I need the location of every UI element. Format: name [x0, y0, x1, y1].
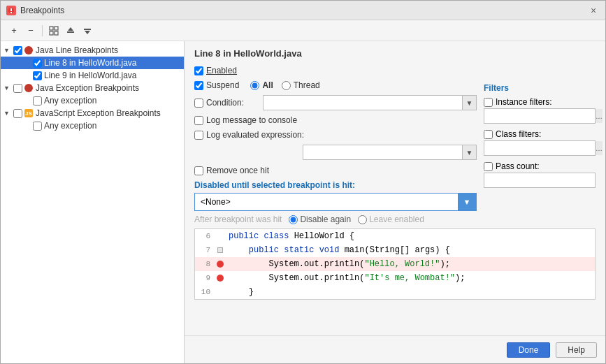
instance-filter-button[interactable]: …: [595, 109, 603, 123]
instance-filter-checkbox[interactable]: [484, 98, 493, 107]
instance-filter-input[interactable]: [484, 109, 595, 123]
pass-count-text: Pass count:: [496, 161, 540, 171]
titlebar: Breakpoints ×: [1, 1, 605, 20]
remove-once-hit-text: Remove once hit: [206, 166, 269, 175]
log-message-text: Log message to console: [206, 115, 297, 125]
svg-rect-2: [10, 12, 12, 13]
log-expression-checkbox[interactable]: [194, 131, 203, 140]
disabled-until-input[interactable]: [195, 194, 458, 210]
log-message-label[interactable]: Log message to console: [194, 115, 297, 125]
enabled-label[interactable]: Enabled: [194, 66, 237, 75]
all-radio-text: All: [262, 80, 273, 90]
disable-again-label[interactable]: Disable again: [289, 214, 351, 224]
enabled-checkbox[interactable]: [194, 66, 203, 75]
checkbox-java-exception[interactable]: [13, 84, 22, 93]
enabled-text: Enabled: [206, 66, 237, 75]
suspend-options: All Thread: [250, 80, 319, 90]
export-icon: [66, 26, 75, 36]
line-text-8: System.out.println("Hello, World!");: [226, 258, 595, 270]
log-message-checkbox[interactable]: [194, 116, 203, 125]
checkbox-js-exception[interactable]: [13, 109, 22, 118]
class-filter-text: Class filters:: [496, 129, 541, 139]
help-button[interactable]: Help: [556, 342, 597, 358]
pass-count-checkbox[interactable]: [484, 162, 493, 171]
line-text-10: }: [226, 286, 595, 298]
line-num-10: 10: [195, 286, 215, 298]
svg-rect-4: [55, 27, 58, 30]
class-filter-label-row: Class filters:: [484, 129, 596, 139]
code-line-9: 9 System.out.println("It's me, Wombat!")…: [195, 271, 595, 285]
line-text-6: public class HelloWorld {: [226, 230, 595, 242]
checkbox-any-exception-1[interactable]: [33, 96, 42, 105]
bp-marker-9: [217, 275, 224, 282]
window-title: Breakpoints: [20, 6, 64, 15]
group-button[interactable]: [46, 23, 62, 38]
log-expression-label[interactable]: Log evaluated expression:: [194, 130, 304, 140]
close-button[interactable]: ×: [587, 4, 600, 17]
tree-group-js-exception[interactable]: ▼ JS JavaScript Exception Breakpoints: [1, 107, 184, 119]
leave-enabled-radio[interactable]: [358, 215, 367, 224]
code-line-7: 7 public static void main(String[] args)…: [195, 243, 595, 257]
tree-item-line9[interactable]: Line 9 in HelloWorld.java: [1, 69, 184, 82]
instance-filter-input-wrap: …: [484, 108, 596, 124]
import-button[interactable]: [80, 23, 95, 38]
tree-item-any-exception-2[interactable]: Any exception: [1, 119, 184, 132]
disabled-until-arrow-button[interactable]: ▼: [458, 194, 476, 210]
svg-rect-6: [55, 31, 58, 35]
line8-label: Line 8 in HelloWorld.java: [44, 58, 137, 68]
remove-breakpoint-button[interactable]: −: [23, 23, 38, 38]
instance-filter-text: Instance filters:: [496, 97, 552, 107]
disable-again-text: Disable again: [300, 214, 351, 224]
suspend-checkbox[interactable]: [194, 81, 203, 90]
all-radio-label[interactable]: All: [250, 80, 273, 90]
checkbox-line9[interactable]: [33, 71, 42, 80]
class-filter-button[interactable]: …: [595, 141, 603, 155]
all-radio[interactable]: [250, 81, 259, 90]
add-breakpoint-button[interactable]: +: [6, 23, 22, 38]
line-marker-8: [215, 261, 226, 268]
svg-marker-8: [68, 27, 73, 31]
disable-again-radio[interactable]: [289, 215, 298, 224]
log-expression-input-wrap: ▼: [303, 145, 477, 160]
thread-radio[interactable]: [282, 81, 291, 90]
debug-marker-7: [217, 247, 223, 253]
log-expression-dropdown-button[interactable]: ▼: [462, 145, 476, 159]
remove-once-hit-checkbox[interactable]: [194, 166, 203, 175]
leave-enabled-label[interactable]: Leave enabled: [358, 214, 424, 224]
class-filter-item: Class filters: …: [484, 129, 596, 156]
class-filter-input[interactable]: [484, 141, 595, 155]
checkbox-line8[interactable]: [33, 59, 42, 68]
tree-group-java-line[interactable]: ▼ Java Line Breakpoints: [1, 44, 184, 57]
expand-arrow-java-exception: ▼: [3, 85, 13, 92]
tree-item-any-exception-1[interactable]: Any exception: [1, 94, 184, 107]
remove-once-hit-label[interactable]: Remove once hit: [194, 166, 269, 175]
class-filter-checkbox[interactable]: [484, 130, 493, 139]
java-icon: [24, 46, 33, 54]
thread-radio-label[interactable]: Thread: [282, 80, 320, 90]
condition-dropdown-button[interactable]: ▼: [462, 96, 476, 110]
enabled-row: Enabled: [194, 66, 596, 75]
log-expression-input[interactable]: [303, 145, 462, 159]
condition-input[interactable]: [264, 96, 462, 110]
tree-group-java-exception[interactable]: ▼ Java Exception Breakpoints: [1, 82, 184, 94]
checkbox-java-line[interactable]: [13, 46, 22, 55]
condition-label[interactable]: Condition:: [194, 98, 257, 108]
svg-rect-7: [67, 31, 74, 33]
pass-count-label-row: Pass count:: [484, 161, 596, 171]
pass-count-item: Pass count:: [484, 161, 596, 188]
group-icon: [49, 26, 59, 36]
condition-text: Condition:: [206, 98, 244, 108]
line-num-6: 6: [195, 230, 215, 242]
expand-arrow-java-line: ▼: [3, 47, 13, 54]
condition-checkbox[interactable]: [194, 99, 203, 108]
disabled-until-dropdown-wrap: ▼: [194, 193, 477, 211]
checkbox-any-exception-2[interactable]: [33, 122, 42, 131]
export-button[interactable]: [63, 23, 78, 38]
suspend-label: Suspend: [194, 80, 239, 90]
done-button[interactable]: Done: [507, 342, 551, 358]
tree-item-line8[interactable]: Line 8 in HelloWorld.java: [1, 57, 184, 69]
java-line-group-label: Java Line Breakpoints: [36, 45, 118, 55]
line-num-9: 9: [195, 272, 215, 284]
thread-radio-text: Thread: [294, 80, 320, 90]
pass-count-input[interactable]: [484, 173, 596, 188]
